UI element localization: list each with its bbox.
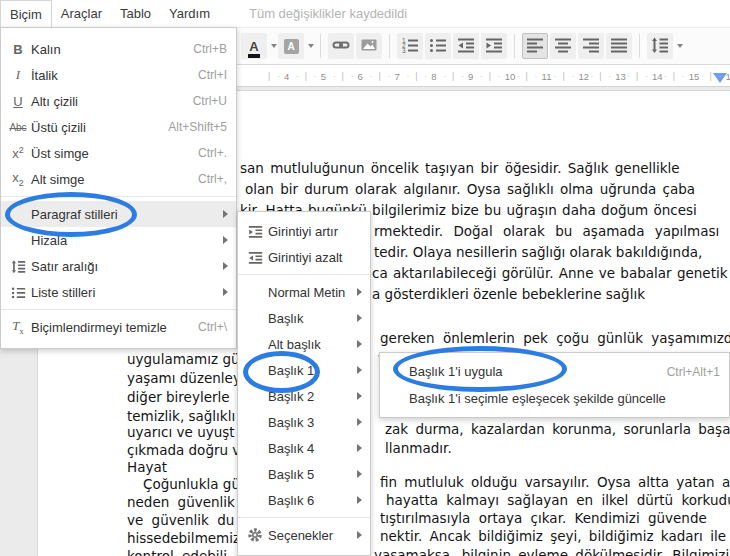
- menu-item-baslik-6[interactable]: Başlık 6: [238, 487, 370, 513]
- submenu-arrow-icon: [223, 236, 228, 244]
- ruler-major-tick: |: [452, 71, 454, 81]
- google-docs-window: { "menu_bar": { "items": [ {"label": "Bi…: [0, 0, 730, 556]
- increase-indent-button[interactable]: [481, 33, 507, 59]
- ruler-minor-tick: ·: [627, 71, 630, 81]
- menu-separator: [1, 309, 236, 310]
- svg-text:3: 3: [402, 46, 406, 53]
- align-left-icon: [526, 36, 544, 57]
- align-center-icon: [554, 36, 572, 57]
- menu-item-secenekler[interactable]: Seçenekler: [238, 522, 370, 548]
- ruler-number: 13: [615, 71, 626, 82]
- menu-item-label: Başlık 6: [268, 493, 314, 508]
- menu-item-alti-cizili[interactable]: UAltı çiziliCtrl+U: [1, 88, 236, 114]
- menu-item-label: İtalik: [31, 68, 58, 83]
- menu-item-alt-simge[interactable]: x2Alt simgeCtrl+,: [1, 166, 236, 192]
- highlight-color-icon: A: [284, 39, 299, 54]
- superscript-icon: x2: [8, 145, 28, 161]
- menu-item-label: Biçimlendirmeyi temizle: [31, 320, 167, 335]
- submenu-arrow-icon: [357, 288, 362, 296]
- ruler-minor-tick: ·: [517, 71, 520, 81]
- insert-image-button[interactable]: [356, 33, 382, 59]
- bulleted-list-button[interactable]: [425, 33, 451, 59]
- submenu-arrow-icon: [357, 470, 362, 478]
- ruler-minor-tick: ·: [351, 71, 354, 81]
- menu-item-ustu-cizili[interactable]: AbcÜstü çiziliAlt+Shift+5: [1, 114, 236, 140]
- numbered-list-button[interactable]: 123: [397, 33, 423, 59]
- ruler-minor-tick: ·: [424, 71, 427, 81]
- justify-button[interactable]: [606, 33, 632, 59]
- highlight-color-button[interactable]: A: [278, 33, 304, 59]
- menu-item-baslik-5[interactable]: Başlık 5: [238, 461, 370, 487]
- menu-item-label: Normal Metin: [268, 285, 345, 300]
- strikethrough-icon: Abc: [8, 122, 28, 133]
- subscript-icon: x2: [8, 170, 28, 188]
- ruler-number: 11: [542, 71, 552, 82]
- insert-link-icon: [332, 36, 350, 57]
- ruler-minor-tick: ·: [461, 71, 464, 81]
- menubar-item-yardim[interactable]: Yardım: [160, 0, 219, 27]
- menu-item-shortcut: Ctrl+,: [198, 172, 227, 186]
- bold-icon: B: [8, 42, 28, 57]
- ruler-number: 15: [689, 71, 700, 82]
- menu-item-label: Başlık 5: [268, 467, 314, 482]
- menu-item-bicimlendirmeyi-temizle[interactable]: TxBiçimlendirmeyi temizleCtrl+\: [1, 314, 236, 340]
- menu-item-shortcut: Ctrl+B: [193, 42, 227, 56]
- decrease-indent-icon: [457, 36, 475, 57]
- menu-item-alt-baslik[interactable]: Alt başlık: [238, 331, 370, 357]
- underline-icon: U: [8, 94, 28, 109]
- menu-item-label: Üstü çizili: [31, 120, 86, 135]
- ruler-number: 9: [468, 71, 473, 82]
- decrease-indent-button[interactable]: [453, 33, 479, 59]
- menu-item-kalin[interactable]: BKalınCtrl+B: [1, 36, 236, 62]
- align-center-button[interactable]: [550, 33, 576, 59]
- ruler-minor-tick: ·: [608, 71, 611, 81]
- chevron-down-icon[interactable]: [677, 44, 683, 48]
- menu-item-baslik-1-i-secimle-eslesecek-sekilde-guncelle[interactable]: Başlık 1'i seçimle eşleşecek şekilde gün…: [380, 385, 729, 412]
- menubar-item-label: Araçlar: [61, 6, 102, 21]
- ruler-minor-tick: ·: [277, 71, 280, 81]
- numbered-list-icon: 123: [401, 36, 419, 57]
- menu-item-ust-simge[interactable]: x2Üst simgeCtrl+.: [1, 140, 236, 166]
- toolbar-separator: [514, 34, 515, 58]
- ruler-minor-tick: ·: [682, 71, 685, 81]
- menu-item-label: Başlık 4: [268, 441, 314, 456]
- menubar-item-tablo[interactable]: Tablo: [111, 0, 160, 27]
- menu-item-liste-stilleri[interactable]: Liste stilleri: [1, 279, 236, 305]
- menu-item-normal-metin[interactable]: Normal Metin: [238, 279, 370, 305]
- ruler-minor-tick: ·: [535, 71, 538, 81]
- menu-item-label: Kalın: [31, 42, 61, 57]
- submenu-arrow-icon: [223, 288, 228, 296]
- menu-item-shortcut: Ctrl+\: [198, 320, 227, 334]
- menubar-item-araclar[interactable]: Araçlar: [52, 0, 111, 27]
- menu-item-girintiyi-azalt[interactable]: Girintiyi azalt: [238, 244, 370, 270]
- submenu-arrow-icon: [357, 314, 362, 322]
- align-left-button[interactable]: [522, 33, 548, 59]
- menu-item-baslik-4[interactable]: Başlık 4: [238, 435, 370, 461]
- submenu-arrow-icon: [357, 340, 362, 348]
- align-right-button[interactable]: [578, 33, 604, 59]
- chevron-down-icon[interactable]: [308, 44, 314, 48]
- ruler-minor-tick: ·: [296, 71, 299, 81]
- toolbar-separator: [639, 34, 640, 58]
- ruler-number: 10: [505, 71, 516, 82]
- ruler-number: 6: [358, 71, 363, 82]
- ruler-minor-tick: ·: [498, 71, 501, 81]
- ruler-minor-tick: ·: [571, 71, 574, 81]
- submenu-arrow-icon: [357, 531, 362, 539]
- menu-item-shortcut: Ctrl+U: [193, 94, 227, 108]
- ruler-major-tick: |: [268, 71, 270, 81]
- menu-item-satir-araligi[interactable]: Satır aralığı: [1, 253, 236, 279]
- menubar-item-bicim[interactable]: Biçim: [0, 0, 52, 28]
- text-color-button[interactable]: A: [241, 33, 267, 59]
- menu-item-baslik[interactable]: Başlık: [238, 305, 370, 331]
- insert-link-button[interactable]: [328, 33, 354, 59]
- line-spacing-button[interactable]: [647, 33, 673, 59]
- bulleted-list-icon: [429, 36, 447, 57]
- menu-item-baslik-3[interactable]: Başlık 3: [238, 409, 370, 435]
- menu-item-label: Altı çizili: [31, 94, 78, 109]
- menu-item-iitalik[interactable]: IİtalikCtrl+I: [1, 62, 236, 88]
- ruler-minor-tick: ·: [701, 71, 704, 81]
- ruler-number: 16: [726, 71, 730, 82]
- menu-item-girintiyi-artir[interactable]: Girintiyi artır: [238, 218, 370, 244]
- ruler-major-tick: |: [636, 71, 638, 81]
